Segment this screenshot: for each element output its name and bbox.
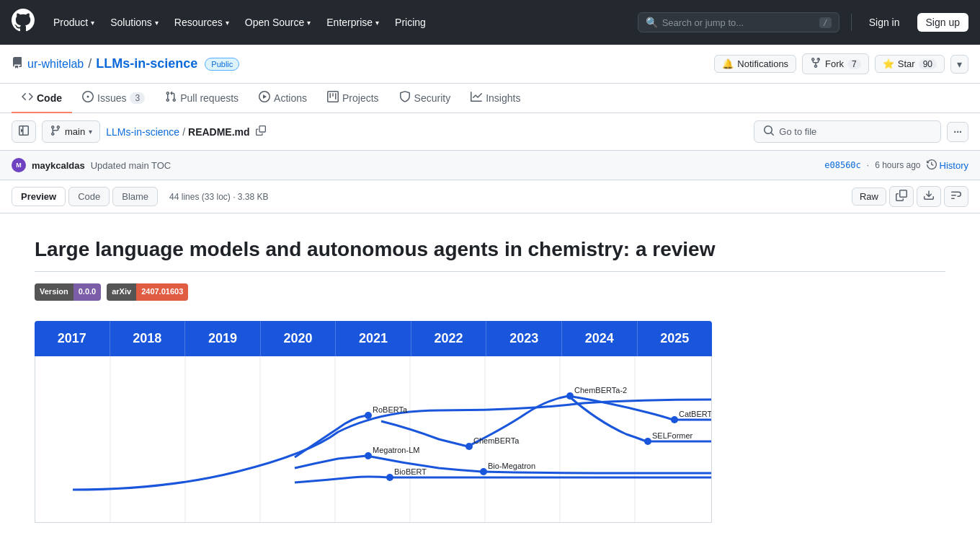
svg-point-8 xyxy=(365,412,372,419)
repo-type-icon xyxy=(12,57,23,71)
history-link[interactable]: History xyxy=(927,159,968,172)
notifications-button[interactable]: 🔔 Notifications xyxy=(714,55,796,73)
svg-point-16 xyxy=(644,438,651,445)
raw-button[interactable]: Raw xyxy=(852,188,886,206)
nav-item-open-source[interactable]: Open Source ▾ xyxy=(238,12,318,32)
code-stats-text: 44 lines (33 loc) · 3.38 KB xyxy=(169,192,268,202)
search-icon: 🔍 xyxy=(646,17,658,28)
sign-in-link[interactable]: Sign in xyxy=(863,14,906,31)
projects-icon xyxy=(327,91,339,105)
file-path-repo-link[interactable]: LLMs-in-science xyxy=(106,126,179,138)
branch-selector[interactable]: main ▾ xyxy=(42,120,100,143)
nav-item-enterprise[interactable]: Enterprise ▾ xyxy=(319,12,386,32)
nav-items: Product ▾ Solutions ▾ Resources ▾ Open S… xyxy=(46,12,433,32)
nav-item-product[interactable]: Product ▾ xyxy=(46,12,102,32)
preview-tab-button[interactable]: Preview xyxy=(12,187,66,206)
blame-tab-button[interactable]: Blame xyxy=(112,187,158,206)
sign-up-button[interactable]: Sign up xyxy=(917,13,968,32)
goto-placeholder: Go to file xyxy=(779,126,816,137)
tab-insights[interactable]: Insights xyxy=(460,84,530,113)
tab-issues[interactable]: Issues 3 xyxy=(72,84,155,113)
svg-text:CatBERTa: CatBERTa xyxy=(679,410,712,418)
badge-row: Version 0.0.0 arXiv 2407.01603 xyxy=(35,283,945,301)
security-icon xyxy=(399,91,411,105)
version-badge[interactable]: Version 0.0.0 xyxy=(35,283,101,301)
arxiv-badge[interactable]: arXiv 2407.01603 xyxy=(107,283,188,301)
issue-icon xyxy=(82,91,94,105)
svg-text:ChemBERTa: ChemBERTa xyxy=(473,436,520,445)
author-avatar[interactable]: M xyxy=(12,158,26,172)
year-2025: 2025 xyxy=(638,321,713,356)
svg-text:SELFormer: SELFormer xyxy=(652,431,693,440)
history-icon xyxy=(927,159,937,172)
svg-point-18 xyxy=(365,452,372,459)
nav-item-pricing[interactable]: Pricing xyxy=(388,12,433,32)
svg-point-20 xyxy=(480,468,487,475)
star-button[interactable]: ⭐ Star 90 xyxy=(875,55,945,73)
copy-file-button[interactable] xyxy=(889,186,914,207)
branch-name: main xyxy=(65,126,85,137)
nav-divider xyxy=(851,14,852,31)
svg-point-14 xyxy=(671,416,678,423)
more-options-button[interactable]: ··· xyxy=(947,122,968,142)
search-shortcut-badge: / xyxy=(819,17,832,28)
chevron-down-icon: ▾ xyxy=(226,19,229,27)
repo-more-button[interactable]: ▾ xyxy=(950,55,968,74)
timeline-chart: 2017 2018 2019 2020 2021 2022 2023 2024 … xyxy=(35,321,712,523)
file-path-separator: / xyxy=(182,126,185,138)
chevron-down-icon: ▾ xyxy=(89,128,92,136)
branch-icon xyxy=(50,125,61,138)
year-2022: 2022 xyxy=(411,321,487,356)
search-placeholder: Search or jump to... xyxy=(662,17,815,28)
code-icon xyxy=(22,91,33,105)
svg-text:Bio-Megatron: Bio-Megatron xyxy=(488,462,535,470)
repo-name-link[interactable]: LLMs-in-science xyxy=(96,56,197,71)
wrap-button[interactable] xyxy=(944,186,968,207)
timeline-svg: RoBERTa ChemBERTa ChemBERTa-2 CatBERTa S… xyxy=(35,356,712,522)
commit-hash-link[interactable]: e08560c xyxy=(824,160,861,170)
commit-author-link[interactable]: maykcaldas xyxy=(32,160,85,171)
bell-icon: 🔔 xyxy=(722,58,734,69)
tab-code[interactable]: Code xyxy=(12,84,72,113)
fork-button[interactable]: Fork 7 xyxy=(802,53,869,74)
repo-tabs: Code Issues 3 Pull requests Actions Proj… xyxy=(0,84,980,113)
timeline-header: 2017 2018 2019 2020 2021 2022 2023 2024 … xyxy=(35,321,712,356)
goto-file-search[interactable]: Go to file xyxy=(754,120,941,143)
repo-owner-link[interactable]: ur-whitelab xyxy=(27,58,84,71)
sidebar-toggle-button[interactable] xyxy=(12,120,36,143)
tab-actions[interactable]: Actions xyxy=(249,84,317,113)
nav-item-solutions[interactable]: Solutions ▾ xyxy=(103,12,166,32)
tab-pull-requests[interactable]: Pull requests xyxy=(155,84,249,113)
version-badge-label: Version xyxy=(35,283,74,301)
chevron-down-icon: ▾ xyxy=(375,19,379,27)
tab-projects[interactable]: Projects xyxy=(317,84,389,113)
code-tab-button[interactable]: Code xyxy=(68,187,110,206)
github-logo-icon[interactable] xyxy=(12,9,35,37)
code-view-tabs-row: Preview Code Blame 44 lines (33 loc) · 3… xyxy=(0,180,980,213)
download-button[interactable] xyxy=(917,186,941,207)
repo-path: ur-whitelab / LLMs-in-science Public xyxy=(12,56,239,71)
preview-area: Large language models and autonomous age… xyxy=(0,213,980,546)
svg-text:Megatron-LM: Megatron-LM xyxy=(373,446,419,454)
readme-title: Large language models and autonomous age… xyxy=(35,237,945,272)
repo-path-slash: / xyxy=(88,56,92,71)
commit-separator: · xyxy=(867,160,869,170)
year-2017: 2017 xyxy=(35,321,110,356)
year-2020: 2020 xyxy=(261,321,337,356)
issues-count-badge: 3 xyxy=(130,92,145,104)
chevron-down-icon: ▾ xyxy=(307,19,311,27)
arxiv-badge-value: 2407.01603 xyxy=(136,283,188,301)
svg-point-22 xyxy=(386,474,393,481)
tab-security[interactable]: Security xyxy=(389,84,461,113)
svg-point-10 xyxy=(466,443,473,450)
svg-text:RoBERTa: RoBERTa xyxy=(373,405,408,414)
year-2023: 2023 xyxy=(486,321,562,356)
timeline-body: RoBERTa ChemBERTa ChemBERTa-2 CatBERTa S… xyxy=(35,356,712,523)
svg-text:ChemBERTa-2: ChemBERTa-2 xyxy=(574,386,627,394)
commit-message-text: Updated main TOC xyxy=(91,160,172,171)
repo-action-buttons: 🔔 Notifications Fork 7 ⭐ Star 90 ▾ xyxy=(714,53,968,74)
copy-path-button[interactable] xyxy=(253,124,269,139)
search-box[interactable]: 🔍 Search or jump to... / xyxy=(638,12,839,32)
star-count: 90 xyxy=(919,59,937,69)
nav-item-resources[interactable]: Resources ▾ xyxy=(167,12,236,32)
